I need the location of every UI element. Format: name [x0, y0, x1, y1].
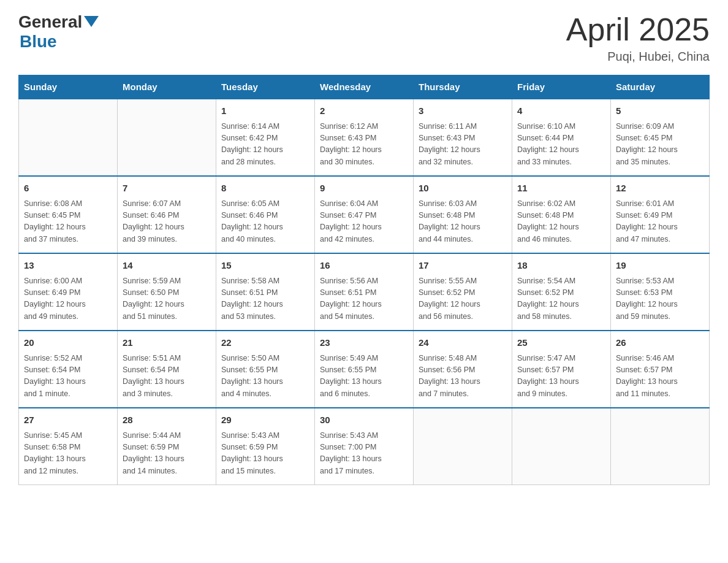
calendar-cell: 23Sunrise: 5:49 AM Sunset: 6:55 PM Dayli… — [315, 331, 414, 408]
day-number: 20 — [24, 336, 112, 350]
day-number: 9 — [320, 182, 408, 196]
day-number: 12 — [616, 182, 704, 196]
day-info: Sunrise: 5:43 AM Sunset: 7:00 PM Dayligh… — [320, 430, 408, 478]
calendar-week-row: 1Sunrise: 6:14 AM Sunset: 6:42 PM Daylig… — [19, 99, 710, 176]
calendar-week-row: 6Sunrise: 6:08 AM Sunset: 6:45 PM Daylig… — [19, 176, 710, 253]
day-info: Sunrise: 5:45 AM Sunset: 6:58 PM Dayligh… — [24, 430, 112, 478]
calendar-cell: 24Sunrise: 5:48 AM Sunset: 6:56 PM Dayli… — [414, 331, 512, 408]
day-number: 29 — [221, 413, 309, 427]
day-info: Sunrise: 6:09 AM Sunset: 6:45 PM Dayligh… — [616, 121, 704, 169]
day-info: Sunrise: 5:58 AM Sunset: 6:51 PM Dayligh… — [221, 275, 309, 323]
calendar-cell: 19Sunrise: 5:53 AM Sunset: 6:53 PM Dayli… — [611, 253, 710, 331]
day-number: 18 — [517, 259, 605, 273]
calendar-cell — [118, 99, 216, 176]
day-info: Sunrise: 6:07 AM Sunset: 6:46 PM Dayligh… — [123, 198, 211, 246]
calendar-cell: 25Sunrise: 5:47 AM Sunset: 6:57 PM Dayli… — [512, 331, 611, 408]
day-info: Sunrise: 6:03 AM Sunset: 6:48 PM Dayligh… — [419, 198, 507, 246]
calendar-day-header: Thursday — [414, 75, 512, 99]
calendar-cell: 8Sunrise: 6:05 AM Sunset: 6:46 PM Daylig… — [216, 176, 315, 253]
calendar-cell: 30Sunrise: 5:43 AM Sunset: 7:00 PM Dayli… — [315, 408, 414, 485]
day-number: 15 — [221, 259, 309, 273]
day-number: 27 — [24, 413, 112, 427]
calendar-week-row: 20Sunrise: 5:52 AM Sunset: 6:54 PM Dayli… — [19, 331, 710, 408]
day-number: 3 — [419, 104, 507, 118]
calendar-day-header: Sunday — [19, 75, 118, 99]
day-info: Sunrise: 6:08 AM Sunset: 6:45 PM Dayligh… — [24, 198, 112, 246]
day-number: 16 — [320, 259, 408, 273]
calendar-cell: 3Sunrise: 6:11 AM Sunset: 6:43 PM Daylig… — [414, 99, 512, 176]
calendar-cell: 27Sunrise: 5:45 AM Sunset: 6:58 PM Dayli… — [19, 408, 118, 485]
title-area: April 2025 Puqi, Hubei, China — [566, 12, 710, 64]
day-number: 5 — [616, 104, 704, 118]
day-info: Sunrise: 6:00 AM Sunset: 6:49 PM Dayligh… — [24, 275, 112, 323]
calendar-cell: 20Sunrise: 5:52 AM Sunset: 6:54 PM Dayli… — [19, 331, 118, 408]
day-number: 28 — [123, 413, 211, 427]
calendar-cell: 14Sunrise: 5:59 AM Sunset: 6:50 PM Dayli… — [118, 253, 216, 331]
day-info: Sunrise: 5:46 AM Sunset: 6:57 PM Dayligh… — [616, 353, 704, 400]
logo-arrow-icon — [84, 16, 99, 27]
day-number: 13 — [24, 259, 112, 273]
day-number: 2 — [320, 104, 408, 118]
day-info: Sunrise: 6:14 AM Sunset: 6:42 PM Dayligh… — [221, 121, 309, 169]
day-number: 1 — [221, 104, 309, 118]
page-title: April 2025 — [566, 12, 710, 47]
day-number: 4 — [517, 104, 605, 118]
day-number: 25 — [517, 336, 605, 350]
day-info: Sunrise: 5:47 AM Sunset: 6:57 PM Dayligh… — [517, 353, 605, 400]
calendar-cell: 15Sunrise: 5:58 AM Sunset: 6:51 PM Dayli… — [216, 253, 315, 331]
day-info: Sunrise: 6:05 AM Sunset: 6:46 PM Dayligh… — [221, 198, 309, 246]
day-info: Sunrise: 5:59 AM Sunset: 6:50 PM Dayligh… — [123, 275, 211, 323]
day-number: 24 — [419, 336, 507, 350]
calendar-cell: 26Sunrise: 5:46 AM Sunset: 6:57 PM Dayli… — [611, 331, 710, 408]
calendar-day-header: Wednesday — [315, 75, 414, 99]
page-subtitle: Puqi, Hubei, China — [566, 50, 710, 64]
day-number: 23 — [320, 336, 408, 350]
calendar-cell: 5Sunrise: 6:09 AM Sunset: 6:45 PM Daylig… — [611, 99, 710, 176]
day-number: 10 — [419, 182, 507, 196]
day-info: Sunrise: 5:56 AM Sunset: 6:51 PM Dayligh… — [320, 275, 408, 323]
day-info: Sunrise: 5:53 AM Sunset: 6:53 PM Dayligh… — [616, 275, 704, 323]
day-number: 11 — [517, 182, 605, 196]
day-info: Sunrise: 5:54 AM Sunset: 6:52 PM Dayligh… — [517, 275, 605, 323]
calendar-cell — [512, 408, 611, 485]
day-info: Sunrise: 5:51 AM Sunset: 6:54 PM Dayligh… — [123, 353, 211, 400]
calendar-cell: 10Sunrise: 6:03 AM Sunset: 6:48 PM Dayli… — [414, 176, 512, 253]
calendar-cell: 22Sunrise: 5:50 AM Sunset: 6:55 PM Dayli… — [216, 331, 315, 408]
calendar-cell: 4Sunrise: 6:10 AM Sunset: 6:44 PM Daylig… — [512, 99, 611, 176]
calendar-header-row: SundayMondayTuesdayWednesdayThursdayFrid… — [19, 75, 710, 99]
day-number: 8 — [221, 182, 309, 196]
day-number: 30 — [320, 413, 408, 427]
calendar-cell — [414, 408, 512, 485]
calendar-week-row: 13Sunrise: 6:00 AM Sunset: 6:49 PM Dayli… — [19, 253, 710, 331]
calendar-cell: 28Sunrise: 5:44 AM Sunset: 6:59 PM Dayli… — [118, 408, 216, 485]
calendar-cell: 1Sunrise: 6:14 AM Sunset: 6:42 PM Daylig… — [216, 99, 315, 176]
calendar-cell: 6Sunrise: 6:08 AM Sunset: 6:45 PM Daylig… — [19, 176, 118, 253]
calendar-day-header: Friday — [512, 75, 611, 99]
day-info: Sunrise: 5:48 AM Sunset: 6:56 PM Dayligh… — [419, 353, 507, 400]
page-header: General Blue April 2025 Puqi, Hubei, Chi… — [18, 12, 710, 64]
day-number: 26 — [616, 336, 704, 350]
calendar-cell — [611, 408, 710, 485]
calendar-cell: 7Sunrise: 6:07 AM Sunset: 6:46 PM Daylig… — [118, 176, 216, 253]
calendar-day-header: Saturday — [611, 75, 710, 99]
day-info: Sunrise: 6:12 AM Sunset: 6:43 PM Dayligh… — [320, 121, 408, 169]
day-info: Sunrise: 5:49 AM Sunset: 6:55 PM Dayligh… — [320, 353, 408, 400]
day-info: Sunrise: 6:04 AM Sunset: 6:47 PM Dayligh… — [320, 198, 408, 246]
day-info: Sunrise: 6:01 AM Sunset: 6:49 PM Dayligh… — [616, 198, 704, 246]
day-info: Sunrise: 5:44 AM Sunset: 6:59 PM Dayligh… — [123, 430, 211, 478]
calendar-table: SundayMondayTuesdayWednesdayThursdayFrid… — [18, 75, 710, 485]
day-info: Sunrise: 5:50 AM Sunset: 6:55 PM Dayligh… — [221, 353, 309, 400]
day-number: 22 — [221, 336, 309, 350]
calendar-cell: 2Sunrise: 6:12 AM Sunset: 6:43 PM Daylig… — [315, 99, 414, 176]
calendar-day-header: Tuesday — [216, 75, 315, 99]
day-number: 7 — [123, 182, 211, 196]
calendar-cell: 13Sunrise: 6:00 AM Sunset: 6:49 PM Dayli… — [19, 253, 118, 331]
day-info: Sunrise: 5:43 AM Sunset: 6:59 PM Dayligh… — [221, 430, 309, 478]
day-info: Sunrise: 6:10 AM Sunset: 6:44 PM Dayligh… — [517, 121, 605, 169]
day-info: Sunrise: 5:52 AM Sunset: 6:54 PM Dayligh… — [24, 353, 112, 400]
calendar-cell: 16Sunrise: 5:56 AM Sunset: 6:51 PM Dayli… — [315, 253, 414, 331]
logo-blue-text: Blue — [20, 32, 57, 52]
calendar-day-header: Monday — [118, 75, 216, 99]
calendar-cell: 21Sunrise: 5:51 AM Sunset: 6:54 PM Dayli… — [118, 331, 216, 408]
calendar-cell: 9Sunrise: 6:04 AM Sunset: 6:47 PM Daylig… — [315, 176, 414, 253]
